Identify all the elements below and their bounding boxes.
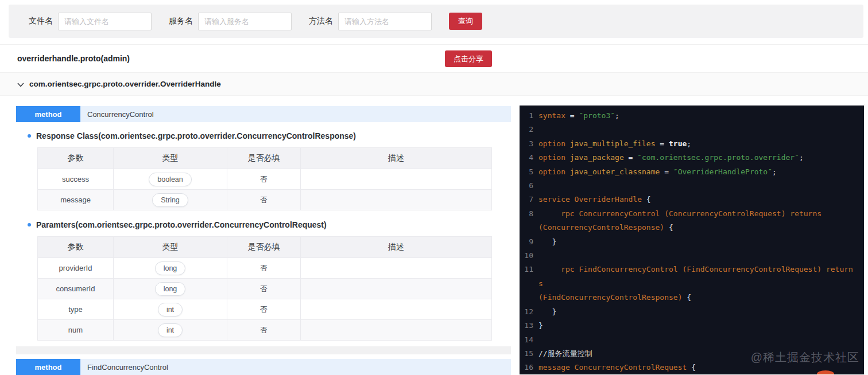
code-text: option java_outer_classname = ″Overrider… [538, 165, 864, 179]
response-class-heading: Response Class(com.orientsec.grpc.proto.… [28, 130, 511, 142]
code-line: 3option java_multiple_files = true; [520, 137, 864, 151]
code-lines: 1syntax = ″proto3″;2 3option java_multip… [520, 109, 864, 374]
content: method ConcurrencyControl Response Class… [0, 104, 868, 375]
param-type-cell: String [114, 190, 227, 210]
divider [16, 346, 511, 354]
description-cell [301, 258, 492, 279]
param-type-cell: int [114, 299, 227, 320]
required-flag: 否 [227, 190, 301, 210]
bullet-icon [28, 223, 31, 226]
method-badge: method [16, 106, 80, 122]
param-name: consumerId [38, 279, 114, 299]
required-flag: 否 [227, 279, 301, 299]
required-flag: 否 [227, 258, 301, 279]
methods-panel: method ConcurrencyControl Response Class… [0, 104, 511, 375]
service-input[interactable] [198, 13, 292, 30]
service-name: com.orientsec.grpc.proto.overrider.Overr… [29, 80, 221, 88]
type-pill: long [155, 282, 186, 296]
line-number: 16 [520, 361, 533, 374]
code-text: service OverriderHandle { [538, 193, 864, 206]
type-pill: long [155, 261, 186, 275]
line-number: 15 [520, 347, 533, 361]
code-line: (FindConcurrencyControlResponse) { [520, 291, 864, 304]
line-number: 5 [520, 165, 533, 179]
table-header-row: 参数类型是否必填描述 [38, 237, 492, 258]
methodname-field-group: 方法名 [309, 13, 432, 30]
heading-text: Response Class(com.orientsec.grpc.proto.… [36, 131, 356, 140]
column-header: 类型 [114, 237, 227, 258]
column-header: 是否必填 [227, 148, 301, 169]
description-cell [301, 190, 492, 210]
line-number: 13 [520, 319, 533, 333]
share-button[interactable]: 点击分享 [445, 50, 492, 67]
methodname-input[interactable] [338, 13, 432, 30]
description-cell [301, 279, 492, 299]
service-collapse-row[interactable]: com.orientsec.grpc.proto.overrider.Overr… [0, 73, 868, 96]
table-row: typeint否 [38, 299, 492, 320]
code-text: (ConcurrencyControlResponse) { [538, 221, 864, 235]
line-number: 10 [520, 249, 533, 263]
code-text [538, 179, 864, 193]
request-params-table: 参数类型是否必填描述 providerIdlong否consumerIdlong… [37, 236, 492, 341]
column-header: 参数 [38, 237, 114, 258]
param-name: num [38, 320, 114, 341]
required-flag: 否 [227, 169, 301, 190]
method-tab-findconcurrencycontrol[interactable]: method FindConcurrencyControl [16, 359, 511, 375]
description-cell [301, 169, 492, 190]
code-line: 14 [520, 333, 864, 347]
methodname-label: 方法名 [309, 16, 333, 26]
watermark: @稀土掘金技术社区 [751, 350, 859, 365]
param-name: success [38, 169, 114, 190]
code-line: 4option java_package = ″com.orientsec.gr… [520, 151, 864, 165]
line-number [520, 221, 533, 235]
code-line: 13} [520, 319, 864, 333]
line-number: 8 [520, 207, 533, 221]
scrollbar-track[interactable] [864, 104, 868, 375]
type-pill: int [158, 303, 183, 317]
code-text: } [538, 319, 864, 333]
description-cell [301, 320, 492, 341]
page: 文件名 服务名 方法名 查询 overriderhandle.proto(adm… [0, 5, 868, 375]
code-text [538, 249, 864, 263]
table-row: providerIdlong否 [38, 258, 492, 279]
code-line: 12 } [520, 305, 864, 319]
line-number: 14 [520, 333, 533, 347]
table-row: numint否 [38, 320, 492, 341]
type-pill: String [152, 193, 188, 207]
query-button[interactable]: 查询 [449, 13, 482, 30]
bullet-icon [28, 134, 31, 138]
search-bar: 文件名 服务名 方法名 查询 [9, 5, 863, 38]
code-text [538, 333, 864, 347]
param-name: type [38, 299, 114, 320]
chevron-down-icon [17, 79, 24, 89]
code-text: syntax = ″proto3″; [538, 109, 864, 123]
filename-field-group: 文件名 [29, 13, 152, 30]
param-type-cell: int [114, 320, 227, 341]
param-type-cell: long [114, 258, 227, 279]
code-line: 5option java_outer_classname = ″Override… [520, 165, 864, 179]
column-header: 类型 [114, 148, 227, 169]
method-tab-concurrencycontrol[interactable]: method ConcurrencyControl [16, 106, 511, 122]
method-name: ConcurrencyControl [80, 106, 511, 122]
code-line: (ConcurrencyControlResponse) { [520, 221, 864, 235]
heading-text: Paramters(com.orientsec.grpc.proto.overr… [36, 220, 327, 229]
code-line: 1syntax = ″proto3″; [520, 109, 864, 123]
param-name: message [38, 190, 114, 210]
line-number [520, 291, 533, 304]
line-number: 4 [520, 151, 533, 165]
code-line: 2 [520, 123, 864, 136]
filename-input[interactable] [58, 13, 152, 30]
filename-label: 文件名 [29, 16, 53, 26]
type-pill: int [158, 323, 183, 337]
code-text: option java_package = ″com.orientsec.grp… [538, 151, 864, 165]
table-row: successboolean否 [38, 169, 492, 190]
column-header: 描述 [301, 148, 492, 169]
table-row: consumerIdlong否 [38, 279, 492, 299]
method-badge: method [16, 359, 80, 375]
method-name: FindConcurrencyControl [80, 359, 511, 375]
column-header: 是否必填 [227, 237, 301, 258]
line-number: 7 [520, 193, 533, 206]
param-type-cell: long [114, 279, 227, 299]
code-text [538, 123, 864, 136]
column-header: 描述 [301, 237, 492, 258]
